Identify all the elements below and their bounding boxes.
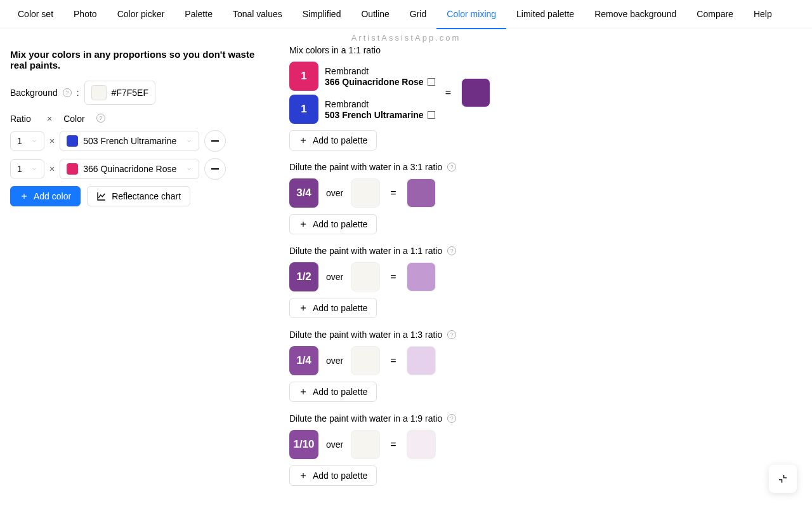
tab-limited-palette[interactable]: Limited palette <box>506 0 584 29</box>
dilution-fraction-swatch: 1/2 <box>289 262 318 291</box>
fullscreen-button[interactable] <box>769 465 797 493</box>
paint-item: 1 Rembrandt 366 Quinacridone Rose <box>289 62 435 91</box>
add-to-palette-button[interactable]: Add to palette <box>289 298 377 318</box>
add-to-palette-label: Add to palette <box>313 219 367 229</box>
mix-title: Mix colors in a 1:1 ratio <box>289 45 802 55</box>
equals: = <box>388 187 398 199</box>
dilution-result-swatch <box>407 346 436 375</box>
ratio-label: Ratio <box>10 114 36 124</box>
background-hex: #F7F5EF <box>112 88 148 98</box>
minus-icon <box>211 140 219 142</box>
background-label: Background <box>10 88 58 98</box>
colon: : <box>77 88 79 98</box>
help-icon[interactable]: ? <box>447 163 456 171</box>
times: × <box>49 136 55 146</box>
tab-help[interactable]: Help <box>743 0 782 29</box>
tab-outline[interactable]: Outline <box>351 0 399 29</box>
paint-name: 366 Quinacridone Rose <box>325 77 424 87</box>
background-swatch <box>351 262 380 291</box>
add-to-palette-label: Add to palette <box>313 387 367 397</box>
help-icon[interactable]: ? <box>447 330 456 339</box>
dilution-fraction-swatch: 1/10 <box>289 430 318 459</box>
watermark: ArtistAssistApp.com <box>0 29 812 45</box>
dilution-title: Dilute the paint with water in a 1:9 rat… <box>289 413 442 424</box>
square-icon <box>428 111 435 119</box>
background-swatch <box>351 430 380 459</box>
remove-color-button[interactable] <box>204 158 226 180</box>
ratio-select[interactable]: 1 <box>10 159 44 178</box>
add-to-palette-button[interactable]: Add to palette <box>289 214 377 234</box>
dilution-result-swatch <box>407 430 436 459</box>
equals: = <box>443 87 454 98</box>
tab-palette[interactable]: Palette <box>174 0 223 29</box>
background-swatch <box>351 178 380 208</box>
plus-icon <box>299 387 308 396</box>
tab-simplified[interactable]: Simplified <box>292 0 351 29</box>
over-text: over <box>326 188 343 198</box>
dilution-result-swatch <box>407 178 436 208</box>
help-icon[interactable]: ? <box>447 246 456 255</box>
equals: = <box>388 271 398 283</box>
color-swatch <box>67 135 78 147</box>
add-to-palette-button[interactable]: Add to palette <box>289 465 377 486</box>
ratio-row: 1 × 366 Quinacridone Rose <box>10 158 264 180</box>
tab-tonal-values[interactable]: Tonal values <box>223 0 292 29</box>
tab-remove-background[interactable]: Remove background <box>584 0 686 29</box>
plus-icon <box>299 220 308 229</box>
square-icon <box>428 78 435 86</box>
add-to-palette-label: Add to palette <box>313 471 367 481</box>
dilution-fraction-swatch: 1/4 <box>289 346 318 375</box>
tab-grid[interactable]: Grid <box>400 0 436 29</box>
add-color-label: Add color <box>34 191 71 201</box>
color-label: Color <box>63 114 84 124</box>
add-to-palette-label: Add to palette <box>313 135 367 145</box>
add-to-palette-button[interactable]: Add to palette <box>289 382 377 402</box>
remove-color-button[interactable] <box>204 130 226 152</box>
background-swatch <box>351 346 380 375</box>
reflectance-label: Reflectance chart <box>112 191 181 201</box>
tab-color-mixing[interactable]: Color mixing <box>436 0 506 29</box>
over-text: over <box>326 272 343 282</box>
help-icon[interactable]: ? <box>96 114 105 123</box>
tabs: Color setPhotoColor pickerPaletteTonal v… <box>0 0 812 29</box>
minus-icon <box>211 168 219 170</box>
color-swatch <box>67 163 78 175</box>
tab-color-set[interactable]: Color set <box>8 0 63 29</box>
paint-brand: Rembrandt <box>325 66 435 76</box>
equals: = <box>388 355 398 366</box>
chart-icon <box>96 191 107 201</box>
times: × <box>49 164 55 174</box>
times-header: × <box>47 114 52 124</box>
dilution-title: Dilute the paint with water in a 3:1 rat… <box>289 162 442 172</box>
collapse-icon <box>777 473 789 485</box>
background-chip <box>91 85 107 100</box>
over-text: over <box>326 356 343 366</box>
add-to-palette-label: Add to palette <box>313 303 367 313</box>
paint-ratio-swatch: 1 <box>289 62 318 91</box>
dilution-fraction-swatch: 3/4 <box>289 178 318 208</box>
dilution-result-swatch <box>407 262 436 291</box>
tab-photo[interactable]: Photo <box>63 0 107 29</box>
ratio-select[interactable]: 1 <box>10 131 44 150</box>
reflectance-chart-button[interactable]: Reflectance chart <box>87 186 190 206</box>
plus-icon <box>299 471 308 480</box>
background-field[interactable]: #F7F5EF <box>84 81 155 105</box>
dilution-title: Dilute the paint with water in a 1:1 rat… <box>289 246 442 256</box>
paint-name: 503 French Ultramarine <box>325 110 424 120</box>
mix-result-swatch <box>461 78 490 107</box>
paint-brand: Rembrandt <box>325 99 435 109</box>
help-icon[interactable]: ? <box>63 88 72 97</box>
over-text: over <box>326 439 343 450</box>
help-icon[interactable]: ? <box>447 414 456 423</box>
plus-icon <box>299 136 308 145</box>
page-heading: Mix your colors in any proportions so yo… <box>10 49 264 70</box>
tab-compare[interactable]: Compare <box>686 0 743 29</box>
tab-color-picker[interactable]: Color picker <box>107 0 175 29</box>
color-select[interactable]: 503 French Ultramarine <box>60 131 199 151</box>
color-select[interactable]: 366 Quinacridone Rose <box>60 159 199 179</box>
paint-ratio-swatch: 1 <box>289 95 318 124</box>
add-color-button[interactable]: Add color <box>10 186 81 206</box>
add-to-palette-button[interactable]: Add to palette <box>289 130 377 150</box>
dilution-title: Dilute the paint with water in a 1:3 rat… <box>289 330 442 340</box>
equals: = <box>388 439 398 450</box>
